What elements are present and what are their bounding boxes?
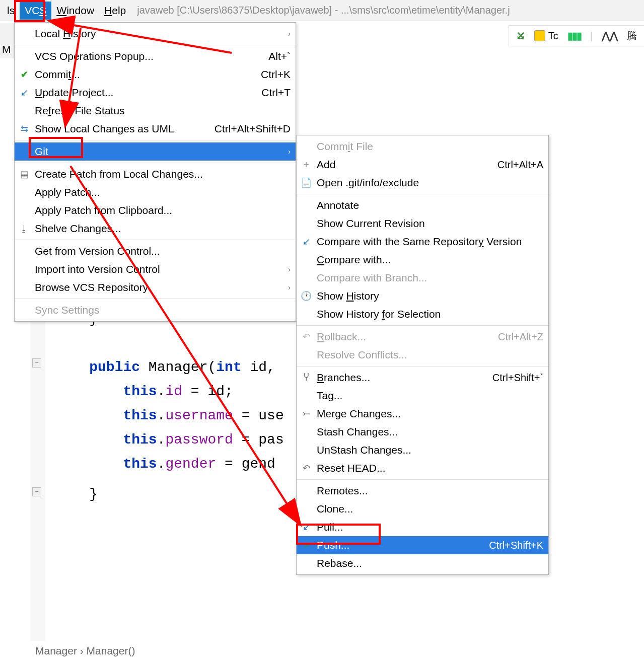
git-stash[interactable]: Stash Changes... [297,423,548,441]
menu-show-uml[interactable]: ⇆ Show Local Changes as UMLCtrl+Alt+Shif… [15,120,296,138]
git-show-history-selection[interactable]: Show History for Selection [297,305,548,323]
code-line: this.id = id; [55,380,233,404]
breadcrumb[interactable]: Manager › Manager() [35,641,135,661]
menubar-item-ls[interactable]: ls [2,2,20,20]
tomcat-icon [534,30,545,41]
git-commit-file: Commit File [297,137,548,156]
menu-shelve-changes[interactable]: ⭳ Shelve Changes... [15,219,296,238]
git-show-current-revision[interactable]: Show Current Revision [297,214,548,233]
merge-icon: ⤚ [301,408,312,419]
git-reset-head[interactable]: ↶ Reset HEAD... [297,459,548,477]
git-merge-changes[interactable]: ⤚ Merge Changes... [297,405,548,423]
window-title: javaweb [C:\Users\86375\Desktop\javaweb]… [137,5,644,16]
git-annotate[interactable]: Annotate [297,196,548,214]
file-icon: 📄 [301,177,312,188]
build-icon[interactable]: ⤩ [516,29,525,42]
git-add[interactable]: + AddCtrl+Alt+A [297,156,548,174]
check-icon: ✔ [19,69,30,80]
reset-icon: ↶ [301,463,312,474]
code-line: this.username = use [55,404,284,428]
git-open-exclude[interactable]: 📄 Open .git/info/exclude [297,174,548,192]
pull-arrow-icon: ↙ [301,522,312,533]
git-rebase[interactable]: Rebase... [297,554,548,572]
fold-marker[interactable]: − [32,358,41,368]
run-config[interactable]: Tc [534,30,558,42]
menu-import-vc[interactable]: Import into Version Control› [15,260,296,278]
git-rollback: ↶ Rollback...Ctrl+Alt+Z [297,328,548,346]
menu-get-from-vc[interactable]: Get from Version Control... [15,242,296,260]
chn-label: 腾 [627,29,637,43]
menu-local-history[interactable]: Local History› [15,25,296,43]
git-submenu: Commit File + AddCtrl+Alt+A 📄 Open .git/… [296,135,549,575]
git-clone[interactable]: Clone... [297,500,548,518]
git-compare-same-repo[interactable]: ↙ Compare with the Same Repository Versi… [297,233,548,251]
code-line: } [55,482,98,506]
menu-sync-settings: Sync Settings [15,301,296,319]
menubar-item-window[interactable]: Window [51,2,99,20]
menubar: ls VCS Window Help javaweb [C:\Users\863… [0,0,644,21]
menu-commit[interactable]: ✔ Commit...Ctrl+K [15,65,296,84]
m-icon[interactable]: ⋀⋀ [602,30,618,42]
menu-git[interactable]: Git› [15,142,296,161]
menu-apply-patch-clipboard[interactable]: Apply Patch from Clipboard... [15,201,296,219]
clock-icon: 🕐 [301,290,312,302]
vcs-menu: Local History› VCS Operations Popup...Al… [14,22,296,322]
push-arrow-icon: ↗ [301,541,312,550]
toolbar-right: ⤩ Tc ▮▮▮ | ⋀⋀ 腾 [509,25,644,46]
update-arrow-icon: ↙ [19,87,30,98]
plus-icon: + [301,159,312,171]
menu-create-patch[interactable]: ▤ Create Patch from Local Changes... [15,165,296,183]
menu-refresh-status[interactable]: Refresh File Status [15,102,296,120]
compare-icon: ↙ [301,236,312,247]
git-push[interactable]: ↗ Push...Ctrl+Shift+K [297,536,548,554]
fold-marker[interactable]: − [32,487,41,496]
menu-apply-patch[interactable]: Apply Patch... [15,183,296,201]
branch-icon: Ⴤ [301,372,312,383]
menu-browse-vcs-repo[interactable]: Browse VCS Repository› [15,278,296,297]
git-compare-branch: Compare with Branch... [297,269,548,287]
rollback-icon: ↶ [301,331,312,342]
code-line: public Manager(int id, [55,355,284,380]
left-panel-fragment: M [0,23,14,58]
menu-update-project[interactable]: ↙ Update Project...Ctrl+T [15,84,296,102]
uml-icon: ⇆ [19,123,30,134]
shelve-icon: ⭳ [19,224,30,234]
code-line: this.gender = gend [55,452,275,476]
git-show-history[interactable]: 🕐 Show History [297,287,548,305]
code-line: this.password = pas [55,428,284,452]
git-resolve-conflicts: Resolve Conflicts... [297,346,548,364]
git-pull[interactable]: ↙ Pull... [297,518,548,536]
git-branches[interactable]: Ⴤ Branches...Ctrl+Shift+` [297,369,548,387]
stats-icon[interactable]: ▮▮▮ [567,30,581,42]
patch-icon: ▤ [19,169,30,180]
git-tag[interactable]: Tag... [297,387,548,405]
menubar-item-vcs[interactable]: VCS [20,2,51,20]
git-remotes[interactable]: Remotes... [297,482,548,500]
git-unstash[interactable]: UnStash Changes... [297,441,548,459]
menu-vcs-ops-popup[interactable]: VCS Operations Popup...Alt+` [15,47,296,65]
git-compare-with[interactable]: Compare with... [297,251,548,269]
menubar-item-help[interactable]: Help [99,2,131,20]
